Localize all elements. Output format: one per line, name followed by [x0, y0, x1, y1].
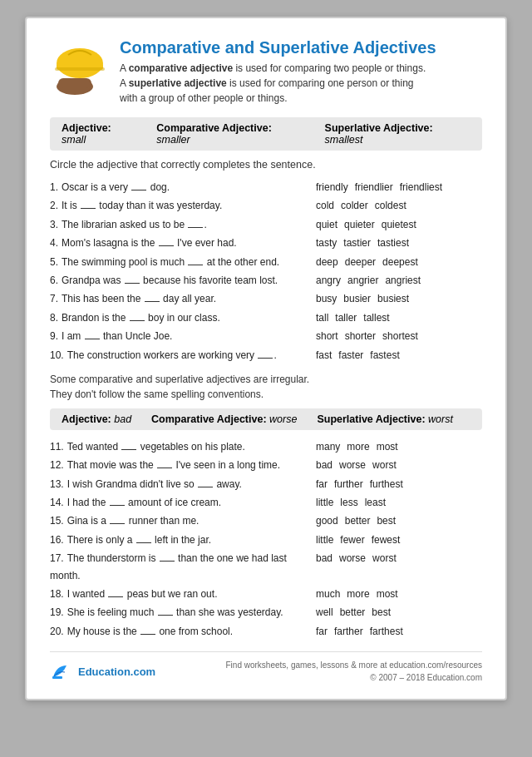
sentence-text: 14.I had the amount of ice cream.: [50, 494, 316, 511]
sentence-words: angryangrierangriest: [316, 272, 482, 289]
word-option[interactable]: most: [377, 586, 398, 602]
sentence-text: 12.That movie was the I've seen in a lon…: [50, 457, 316, 473]
sentence-words: muchmoremost: [316, 586, 482, 602]
word-option[interactable]: little: [316, 532, 333, 548]
word-option[interactable]: angrier: [347, 272, 378, 289]
sentences-section-2: 11.Ted wanted vegetables on his plate.ma…: [50, 438, 482, 640]
sentence-row: 13.I wish Grandma didn't live so away.fa…: [50, 476, 482, 492]
sentence-words: farfartherfarthest: [316, 623, 482, 640]
word-option[interactable]: busiest: [377, 290, 409, 307]
word-option[interactable]: farther: [334, 623, 363, 640]
word-option[interactable]: deepest: [382, 254, 418, 270]
svg-rect-1: [58, 78, 91, 88]
header-description: A comparative adjective is used for comp…: [120, 61, 436, 106]
word-option[interactable]: bad: [316, 457, 332, 473]
word-option[interactable]: best: [377, 512, 396, 529]
sentence-row: 3.The librarian asked us to be .quietqui…: [50, 216, 482, 233]
word-option[interactable]: shorter: [345, 328, 376, 344]
word-option[interactable]: worse: [339, 550, 366, 567]
footer: Education.com Find worksheets, games, le…: [50, 651, 482, 684]
sentence-row: 14.I had the amount of ice cream.littlel…: [50, 494, 482, 511]
word-option[interactable]: well: [316, 604, 333, 621]
word-option[interactable]: deep: [316, 254, 338, 270]
word-option[interactable]: busier: [343, 290, 371, 307]
word-option[interactable]: fewest: [372, 532, 401, 548]
word-option[interactable]: coldest: [375, 197, 406, 214]
sentence-text: 16.There is only a left in the jar.: [50, 532, 316, 548]
word-option[interactable]: less: [340, 494, 357, 511]
sentence-row: 4.Mom's lasagna is the I've ever had.tas…: [50, 235, 482, 251]
word-option[interactable]: good: [316, 512, 338, 529]
word-option[interactable]: busy: [316, 290, 337, 307]
sentence-words: friendlyfriendlierfriendliest: [316, 179, 482, 195]
sentence-text: 11.Ted wanted vegetables on his plate.: [50, 438, 316, 455]
word-option[interactable]: taller: [335, 309, 357, 326]
word-option[interactable]: short: [316, 328, 338, 344]
sentence-text: 13.I wish Grandma didn't live so away.: [50, 476, 316, 492]
sentence-words: shortshortershortest: [316, 328, 482, 344]
word-option[interactable]: angriest: [385, 272, 421, 289]
word-option[interactable]: better: [345, 512, 371, 529]
word-option[interactable]: quieter: [344, 216, 375, 233]
word-option[interactable]: tall: [316, 309, 328, 326]
sentence-words: badworseworst: [316, 550, 482, 567]
word-option[interactable]: further: [334, 476, 363, 492]
footer-right: Find worksheets, games, lessons & more a…: [226, 659, 482, 684]
svg-rect-4: [55, 67, 105, 71]
sentence-row: 18.I wanted peas but we ran out.muchmore…: [50, 586, 482, 602]
word-option[interactable]: least: [365, 494, 386, 511]
word-option[interactable]: tastier: [343, 235, 371, 251]
word-option[interactable]: far: [316, 623, 328, 640]
word-option[interactable]: worse: [339, 457, 366, 473]
word-option[interactable]: far: [316, 476, 328, 492]
word-option[interactable]: tasty: [316, 235, 337, 251]
word-option[interactable]: fast: [316, 347, 332, 364]
sentence-text: 19.She is feeling much than she was yest…: [50, 604, 316, 621]
word-option[interactable]: friendly: [316, 179, 348, 195]
word-option[interactable]: best: [372, 604, 391, 621]
word-option[interactable]: worst: [372, 457, 397, 473]
sentence-words: littlefewerfewest: [316, 532, 482, 548]
word-option[interactable]: quietest: [382, 216, 416, 233]
word-option[interactable]: more: [347, 586, 369, 602]
word-option[interactable]: furthest: [370, 476, 403, 492]
word-option[interactable]: worst: [372, 550, 397, 567]
word-option[interactable]: most: [377, 438, 398, 455]
word-option[interactable]: shortest: [382, 328, 418, 344]
word-option[interactable]: fastest: [370, 347, 399, 364]
sentence-row: 16.There is only a left in the jar.littl…: [50, 532, 482, 548]
sentence-row: 2.It is today than it was yesterday.cold…: [50, 197, 482, 214]
word-option[interactable]: deeper: [345, 254, 376, 270]
word-option[interactable]: farthest: [370, 623, 403, 640]
worksheet-page: Comparative and Superlative Adjectives A…: [25, 17, 507, 700]
sentence-text: 6.Grandpa was because his favorite team …: [50, 272, 316, 289]
word-option[interactable]: quiet: [316, 216, 337, 233]
word-option[interactable]: tallest: [363, 309, 389, 326]
word-option[interactable]: many: [316, 438, 340, 455]
word-option[interactable]: tastiest: [377, 235, 409, 251]
word-option[interactable]: colder: [341, 197, 368, 214]
word-option[interactable]: friendliest: [400, 179, 442, 195]
example2-superlative: Superlative Adjective: worst: [317, 413, 453, 425]
word-option[interactable]: much: [316, 586, 340, 602]
word-option[interactable]: more: [347, 438, 369, 455]
sentence-words: wellbetterbest: [316, 604, 482, 621]
word-option[interactable]: angry: [316, 272, 341, 289]
sentence-text: 4.Mom's lasagna is the I've ever had.: [50, 235, 316, 251]
sentence-words: deepdeeperdeepest: [316, 254, 482, 270]
word-option[interactable]: bad: [316, 550, 332, 567]
example2-comparative: Comparative Adjective: worse: [151, 413, 297, 425]
word-option[interactable]: cold: [316, 197, 334, 214]
sentence-text: 10.The construction workers are working …: [50, 347, 316, 364]
word-option[interactable]: friendlier: [355, 179, 393, 195]
sentence-row: 8.Brandon is the boy in our class.tallta…: [50, 309, 482, 326]
sentence-row: 10.The construction workers are working …: [50, 347, 482, 364]
header: Comparative and Superlative Adjectives A…: [50, 38, 482, 106]
word-option[interactable]: fewer: [340, 532, 364, 548]
sentences-section-1: 1.Oscar is a very dog.friendlyfriendlier…: [50, 179, 482, 364]
hard-hat-icon: [50, 38, 110, 98]
word-option[interactable]: better: [340, 604, 366, 621]
sentence-text: 18.I wanted peas but we ran out.: [50, 586, 316, 602]
word-option[interactable]: faster: [338, 347, 363, 364]
word-option[interactable]: little: [316, 494, 333, 511]
